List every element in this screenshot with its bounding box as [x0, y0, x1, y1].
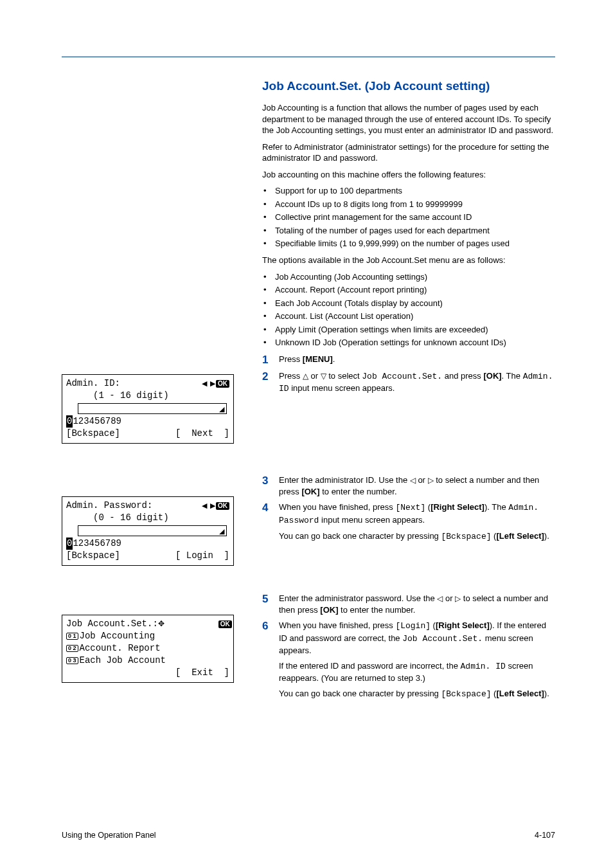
intro-paragraph-3: Job accounting on this machine offers th…: [262, 169, 555, 181]
feature-item: Collective print management for the same…: [275, 212, 472, 223]
options-lead: The options available in the Job Account…: [262, 255, 555, 266]
caret-icon: ◢: [219, 404, 224, 414]
feature-item: Support for up to 100 departments: [275, 185, 402, 197]
option-item: Each Job Account (Totals display by acco…: [275, 298, 443, 309]
lcd-admin-id: Admin. ID: ◀ ▶ OK (1 - 16 digit) ◢ 01234…: [62, 374, 234, 444]
left-triangle-icon: ◁: [410, 476, 416, 484]
step-3: Enter the administrator ID. Use the ◁ or…: [262, 475, 555, 498]
up-triangle-icon: △: [303, 372, 308, 380]
right-triangle-icon: ▷: [428, 476, 434, 484]
input-field: ◢: [78, 403, 227, 414]
intro-paragraph-2: Refer to Administrator (administrator se…: [262, 141, 555, 164]
option-item: Account. List (Account List operation): [275, 311, 413, 322]
down-triangle-icon: ▽: [321, 372, 326, 380]
options-list: •Job Accounting (Job Accounting settings…: [262, 271, 555, 348]
section-heading: Job Account.Set. (Job Account setting): [262, 79, 555, 93]
option-item: Unknown ID Job (Operation settings for u…: [275, 337, 506, 348]
left-right-arrows-icon: ◀ ▶: [202, 379, 216, 388]
feature-item: Account IDs up to 8 digits long from 1 t…: [275, 199, 463, 210]
option-item: Job Accounting (Job Accounting settings): [275, 271, 427, 283]
left-right-arrows-icon: ◀ ▶: [202, 501, 216, 511]
input-field: ◢: [78, 525, 227, 536]
option-item: Account. Report (Account report printing…: [275, 284, 427, 296]
header-rule: [62, 57, 555, 57]
ok-badge-icon: OK: [218, 620, 232, 628]
menu-number-icon: 0 1: [66, 633, 78, 640]
lcd-job-account-set: Job Account.Set.: ✥ OK 0 1 Job Accountin…: [62, 615, 234, 683]
intro-paragraph-1: Job Accounting is a function that allows…: [262, 102, 555, 136]
menu-number-icon: 0 2: [66, 645, 78, 653]
feature-item: Totaling of the number of pages used for…: [275, 225, 490, 237]
footer-page-number: 4-107: [535, 831, 555, 840]
footer-left: Using the Operation Panel: [62, 831, 156, 840]
feature-item: Specifiable limits (1 to 9,999,999) on t…: [275, 238, 510, 249]
ok-badge-icon: OK: [216, 502, 229, 510]
right-triangle-icon: ▷: [455, 595, 461, 602]
nav-arrows-icon: ✥: [158, 619, 164, 629]
option-item: Apply Limit (Operation settings when lim…: [275, 324, 488, 336]
menu-number-icon: 0 3: [66, 657, 78, 665]
step-4: When you have finished, press [Next] ([R…: [262, 502, 555, 543]
step-1: Press [MENU].: [262, 354, 555, 365]
step-5: Enter the administrator password. Use th…: [262, 593, 555, 616]
lcd-admin-password: Admin. Password: ◀ ▶ OK (0 - 16 digit) ◢…: [62, 496, 234, 566]
caret-icon: ◢: [219, 527, 224, 536]
step-2: Press △ or ▽ to select Job Account.Set. …: [262, 370, 555, 395]
features-list: •Support for up to 100 departments •Acco…: [262, 185, 555, 249]
ok-badge-icon: OK: [216, 380, 229, 388]
step-6: When you have finished, press [Login] ([…: [262, 620, 555, 700]
